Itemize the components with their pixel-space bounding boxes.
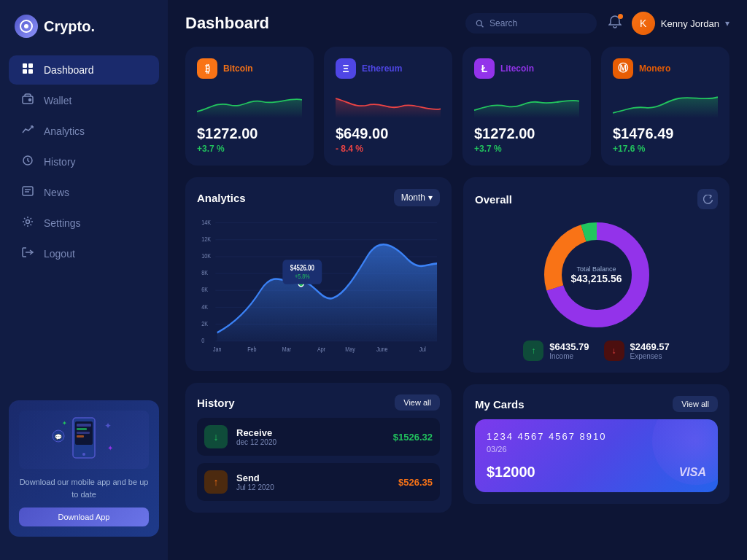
svg-text:Jan: Jan xyxy=(213,345,222,353)
tx-date: dec 12 2020 xyxy=(236,438,384,446)
analytics-title: Analytics xyxy=(197,192,246,204)
monero-name: Monero xyxy=(639,63,670,74)
svg-text:4K: 4K xyxy=(201,302,208,310)
analytics-chart-svg: 14K 12K 10K 8K 6K 4K 2K 0 xyxy=(197,214,440,359)
litecoin-icon: Ł xyxy=(474,58,495,79)
svg-line-29 xyxy=(481,25,483,27)
svg-text:Mar: Mar xyxy=(282,345,291,353)
sidebar-item-label: News xyxy=(44,187,69,198)
monero-price: $1476.49 xyxy=(613,125,718,142)
refresh-button[interactable] xyxy=(697,189,718,209)
svg-rect-18 xyxy=(77,424,91,427)
content-area: ₿ Bitcoin $1272.00 +3.7 % Ξ Ethereum xyxy=(168,47,747,560)
sidebar-item-news[interactable]: News xyxy=(9,178,159,207)
sidebar-item-history[interactable]: History xyxy=(9,147,159,176)
svg-text:💬: 💬 xyxy=(55,433,62,440)
cards-view-all-button[interactable]: View all xyxy=(673,396,718,412)
sidebar-promo: 💬 ✦ ✦ ✦ Download our mobile app and be u… xyxy=(9,400,159,537)
sidebar-item-label: Settings xyxy=(44,217,81,229)
avatar: K xyxy=(632,12,655,35)
svg-text:✦: ✦ xyxy=(107,444,113,452)
overall-panel: Overall xyxy=(463,177,729,373)
sidebar-item-label: Wallet xyxy=(44,95,71,106)
header: Dashboard K Kenny Jordan ▾ xyxy=(168,0,747,47)
header-icons: K Kenny Jordan ▾ xyxy=(608,12,729,35)
ethereum-price: $649.00 xyxy=(336,125,441,142)
svg-text:Feb: Feb xyxy=(247,345,257,353)
svg-text:2K: 2K xyxy=(201,319,208,327)
sidebar-item-label: Dashboard xyxy=(44,64,94,76)
analytics-chart: 14K 12K 10K 8K 6K 4K 2K 0 xyxy=(197,214,440,359)
svg-text:Jul: Jul xyxy=(419,345,426,353)
sidebar-item-dashboard[interactable]: Dashboard xyxy=(9,55,159,85)
svg-rect-21 xyxy=(77,435,84,438)
income-amount: $6435.79 xyxy=(549,341,589,352)
user-info[interactable]: K Kenny Jordan ▾ xyxy=(632,12,729,35)
ethereum-name: Ethereum xyxy=(362,63,402,74)
analytics-panel: Analytics Month ▾ 14K 12K 10K 8K xyxy=(185,177,452,371)
crypto-cards: ₿ Bitcoin $1272.00 +3.7 % Ξ Ethereum xyxy=(185,47,729,166)
notification-button[interactable] xyxy=(608,15,622,32)
download-app-button[interactable]: Download App xyxy=(19,508,149,526)
bitcoin-icon: ₿ xyxy=(197,58,217,79)
left-panels: Analytics Month ▾ 14K 12K 10K 8K xyxy=(185,177,452,548)
svg-point-22 xyxy=(82,453,85,456)
monero-card: Ⓜ Monero $1476.49 +17.6 % xyxy=(601,47,729,166)
tx-info: Send Jul 12 2020 xyxy=(236,472,390,491)
monero-change: +17.6 % xyxy=(613,144,718,154)
sidebar-item-logout[interactable]: Logout xyxy=(9,239,159,268)
svg-text:Apr: Apr xyxy=(317,345,325,353)
overall-title: Overall xyxy=(475,193,512,206)
litecoin-name: Litecoin xyxy=(500,63,534,74)
history-panel: History View all ↓ Receive dec 12 2020 $… xyxy=(185,383,452,513)
litecoin-price: $1272.00 xyxy=(474,125,579,142)
svg-rect-3 xyxy=(28,63,33,68)
history-view-all-button[interactable]: View all xyxy=(395,394,440,411)
expense-item: ↓ $2469.57 Expenses xyxy=(604,341,670,361)
svg-text:June: June xyxy=(376,345,388,353)
right-panels: Overall xyxy=(463,177,729,548)
history-items: ↓ Receive dec 12 2020 $1526.32 ↑ Send xyxy=(197,418,440,501)
sidebar-item-settings[interactable]: Settings xyxy=(9,209,159,238)
search-icon xyxy=(476,19,484,28)
total-balance-label: Total Balance xyxy=(570,265,622,273)
bitcoin-price: $1272.00 xyxy=(197,125,302,142)
bitcoin-name: Bitcoin xyxy=(223,63,253,74)
expense-amount: $2469.57 xyxy=(630,341,670,352)
ethereum-card: Ξ Ethereum $649.00 - 8.4 % xyxy=(324,47,452,166)
period-chevron: ▾ xyxy=(428,192,433,203)
ethereum-sparkline xyxy=(336,90,441,120)
litecoin-card: Ł Litecoin $1272.00 +3.7 % xyxy=(462,47,591,166)
tx-amount: $1526.32 xyxy=(393,432,433,443)
expense-info: $2469.57 Expenses xyxy=(630,341,670,360)
tx-info: Receive dec 12 2020 xyxy=(236,427,384,446)
income-label: Income xyxy=(549,352,589,360)
dashboard-icon xyxy=(20,63,35,77)
mycards-panel: My Cards View all 1234 4567 4567 8910 03… xyxy=(463,384,729,504)
svg-rect-11 xyxy=(23,187,33,195)
logout-icon xyxy=(20,246,35,261)
litecoin-sparkline xyxy=(474,90,579,120)
donut-container: Total Balance $43,215.56 ↑ $6435.79 Inco… xyxy=(475,217,718,361)
sidebar: Crypto. Dashboard Wallet Analytics Histo… xyxy=(0,0,168,560)
litecoin-change: +3.7 % xyxy=(474,144,579,154)
svg-text:+5.8%: +5.8% xyxy=(295,272,310,280)
search-bar xyxy=(465,13,597,34)
sidebar-item-label: History xyxy=(44,156,76,168)
svg-text:10K: 10K xyxy=(201,252,211,260)
svg-text:✦: ✦ xyxy=(62,420,67,427)
tx-type: Send xyxy=(236,472,390,483)
promo-illustration: 💬 ✦ ✦ ✦ xyxy=(19,411,149,469)
sidebar-item-analytics[interactable]: Analytics xyxy=(9,117,159,146)
svg-point-28 xyxy=(476,20,481,26)
history-title: History xyxy=(197,397,235,409)
sidebar-item-label: Logout xyxy=(44,248,75,260)
ethereum-change: - 8.4 % xyxy=(336,144,441,154)
sidebar-item-wallet[interactable]: Wallet xyxy=(9,86,159,115)
svg-text:May: May xyxy=(345,345,355,353)
period-select[interactable]: Month ▾ xyxy=(394,189,440,206)
expense-label: Expenses xyxy=(630,352,670,360)
bitcoin-change: +3.7 % xyxy=(197,144,302,154)
send-icon: ↑ xyxy=(204,470,228,494)
search-input[interactable] xyxy=(489,18,587,28)
